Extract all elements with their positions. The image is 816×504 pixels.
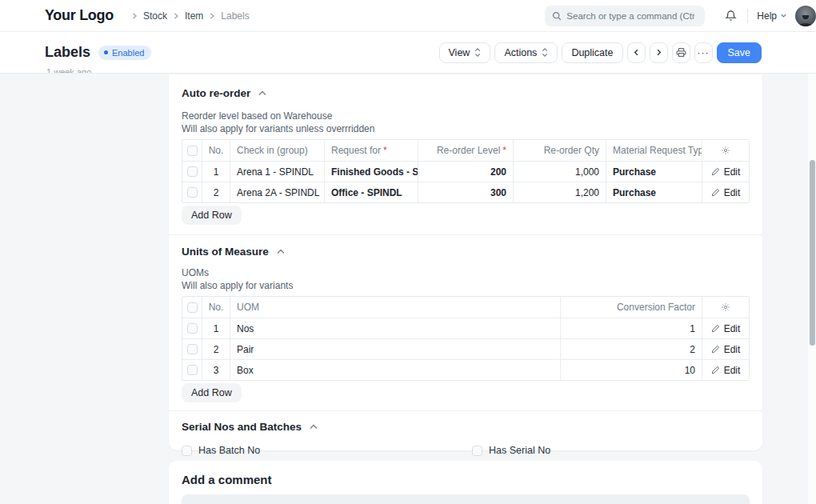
conversion-factor-cell[interactable]: 1 [561, 318, 702, 338]
row-select-cell [182, 182, 202, 202]
breadcrumb: Stock Item Labels [131, 10, 250, 22]
row-select-cell [182, 339, 202, 359]
edit-label: Edit [724, 323, 741, 334]
row-edit-cell: Edit [702, 182, 749, 202]
warehouse-cell[interactable]: Arena 2A - SPINDL [230, 182, 325, 202]
save-button[interactable]: Save [717, 42, 762, 63]
reorder-qty-cell[interactable]: 1,200 [514, 182, 606, 202]
section-divider [169, 234, 762, 235]
row-number-cell: 3 [202, 360, 230, 380]
actions-menu-button[interactable]: Actions [494, 42, 558, 63]
search-icon [552, 11, 562, 21]
table-row: 1 Nos 1 Edit [182, 318, 749, 339]
previous-record-button[interactable] [627, 42, 646, 63]
breadcrumb-item-item[interactable]: Item [185, 10, 203, 22]
printer-icon [676, 47, 686, 58]
row-edit-cell: Edit [702, 339, 749, 359]
ellipsis-icon: ··· [698, 47, 710, 58]
section-uom-toggle[interactable]: Units of Measure [182, 246, 750, 258]
save-label: Save [728, 47, 751, 58]
row-edit-cell: Edit [702, 360, 749, 380]
column-header-uom: UOM [230, 297, 561, 318]
edit-row-button[interactable]: Edit [711, 166, 741, 178]
chevron-right-icon [655, 49, 662, 56]
section-divider [169, 410, 762, 411]
table-header-row: No. UOM Conversion Factor [182, 297, 749, 318]
material-request-type-cell[interactable]: Purchase [606, 162, 702, 182]
edit-row-button[interactable]: Edit [711, 365, 741, 376]
top-navbar: Your Logo Stock Item Labels Help [0, 0, 816, 32]
column-header-request-for: Request for* [325, 140, 418, 161]
reorder-qty-cell[interactable]: 1,000 [514, 162, 606, 182]
uom-cell[interactable]: Nos [230, 318, 561, 338]
request-for-cell[interactable]: Office - SPINDL [325, 182, 418, 202]
section-auto-reorder-toggle[interactable]: Auto re-order [182, 87, 750, 99]
column-header-no: No. [202, 140, 230, 161]
comment-section-title: Add a comment [182, 473, 750, 486]
has-batch-no-checkbox[interactable] [182, 446, 192, 456]
column-header-warehouse: Check in (group) [230, 140, 325, 161]
gear-icon[interactable] [721, 302, 730, 312]
chevron-down-icon [780, 12, 787, 19]
has-serial-no-checkbox[interactable] [472, 446, 482, 456]
uom-cell[interactable]: Box [230, 360, 561, 380]
comment-input[interactable] [182, 494, 750, 504]
edit-row-button[interactable]: Edit [711, 323, 741, 334]
scrollbar-thumb[interactable] [810, 160, 815, 346]
breadcrumb-item-labels[interactable]: Labels [221, 10, 249, 22]
row-number-cell: 1 [202, 318, 230, 338]
row-checkbox[interactable] [187, 187, 198, 198]
duplicate-button[interactable]: Duplicate [562, 42, 622, 63]
add-row-button[interactable]: Add Row [182, 383, 242, 402]
search-input[interactable] [566, 11, 694, 21]
column-header-no: No. [202, 297, 230, 318]
material-request-type-cell[interactable]: Purchase [606, 182, 702, 202]
pencil-icon [711, 366, 720, 374]
global-search[interactable] [545, 6, 705, 26]
conversion-factor-cell[interactable]: 2 [561, 339, 702, 359]
print-button[interactable] [672, 42, 690, 63]
description-line: UOMs [182, 266, 750, 279]
help-menu[interactable]: Help [757, 10, 787, 22]
uom-cell[interactable]: Pair [230, 339, 561, 359]
row-checkbox[interactable] [187, 365, 198, 375]
reorder-level-cell[interactable]: 300 [418, 182, 514, 202]
warehouse-cell[interactable]: Arena 1 - SPINDL [230, 162, 325, 182]
chevron-up-down-icon [474, 48, 481, 57]
select-all-checkbox[interactable] [187, 146, 198, 156]
edit-row-button[interactable]: Edit [711, 187, 741, 198]
required-marker: * [502, 145, 506, 156]
row-checkbox[interactable] [187, 166, 198, 177]
row-checkbox[interactable] [187, 344, 198, 354]
edit-row-button[interactable]: Edit [711, 344, 741, 355]
pencil-icon [711, 188, 720, 197]
pencil-icon [711, 345, 720, 354]
has-batch-no-field: Has Batch No [182, 445, 472, 456]
section-units-of-measure: Units of Measure UOMs Will also apply fo… [169, 246, 762, 402]
section-title: Auto re-order [182, 87, 250, 99]
request-for-cell[interactable]: Finished Goods - SPINDL [325, 162, 418, 182]
divider [747, 9, 748, 23]
edit-label: Edit [724, 344, 741, 355]
row-checkbox[interactable] [187, 323, 198, 334]
select-all-checkbox[interactable] [187, 302, 198, 313]
has-serial-no-field: Has Serial No [472, 445, 550, 456]
section-serial-toggle[interactable]: Serial Nos and Batches [182, 421, 750, 433]
edit-label: Edit [724, 365, 741, 376]
user-avatar[interactable] [795, 6, 816, 26]
conversion-factor-cell[interactable]: 10 [561, 360, 702, 380]
chevron-right-icon [173, 13, 179, 19]
add-row-button[interactable]: Add Row [182, 206, 242, 225]
notification-bell-icon[interactable] [723, 8, 738, 23]
breadcrumb-item-stock[interactable]: Stock [143, 10, 167, 22]
view-label: View [449, 47, 470, 58]
section-description: Reorder level based on Warehouse Will al… [182, 110, 750, 135]
checkbox-row: Has Batch No Has Serial No [182, 445, 750, 456]
section-serial-batches: Serial Nos and Batches Has Batch No Has … [169, 421, 762, 456]
next-record-button[interactable] [650, 42, 668, 63]
view-menu-button[interactable]: View [439, 42, 491, 63]
status-badge-label: Enabled [112, 48, 144, 58]
reorder-level-cell[interactable]: 200 [418, 162, 514, 182]
more-options-button[interactable]: ··· [694, 42, 713, 63]
gear-icon[interactable] [721, 146, 730, 155]
